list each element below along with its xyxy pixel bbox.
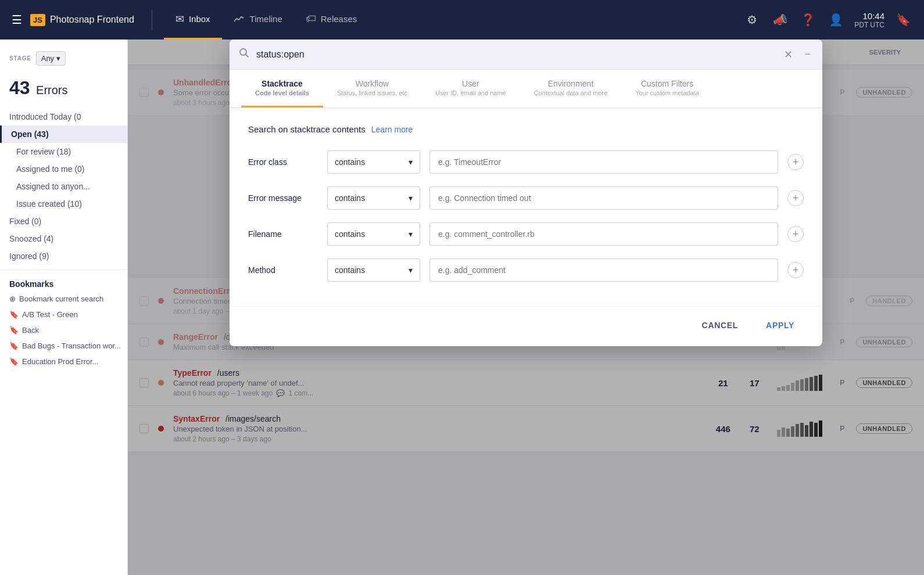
filter-row-filename: Filename contains ▾ + — [248, 222, 804, 246]
hamburger-icon[interactable]: ☰ — [12, 14, 22, 26]
logo: JS Photosnap Frontend — [30, 14, 134, 26]
bookmark-item-bad-bugs[interactable]: 🔖 Bad Bugs - Transaction wor... — [0, 338, 127, 354]
sidebar-item-issue-created[interactable]: Issue created (10) — [0, 195, 127, 213]
inbox-icon: ✉ — [176, 13, 184, 26]
tab-label: Environment — [534, 79, 608, 88]
search-bar: ✕ − — [230, 39, 822, 70]
filter-add-button-error-class[interactable]: + — [787, 154, 804, 170]
filter-label-error-message: Error message — [248, 193, 318, 203]
logo-icon: JS — [30, 14, 45, 26]
sidebar-item-assigned-me[interactable]: Assigned to me (0) — [0, 160, 127, 178]
operator-value: contains — [335, 265, 365, 275]
timezone-label: PDT UTC — [854, 21, 884, 29]
filter-label-error-class: Error class — [248, 157, 318, 167]
releases-icon: 🏷 — [306, 13, 316, 25]
tab-custom-filters[interactable]: Custom Filters Your custom metadata — [621, 70, 713, 107]
filter-operator-filename[interactable]: contains ▾ — [327, 222, 420, 246]
clock-time: 10:44 — [854, 11, 884, 21]
stage-select[interactable]: Any ▾ — [36, 51, 66, 66]
user-avatar[interactable]: 👤 — [826, 10, 845, 29]
bookmark-icon: 🔖 — [9, 357, 19, 366]
apply-button[interactable]: APPLY — [757, 316, 804, 335]
errors-heading: 43 Errors — [0, 73, 127, 108]
filter-row-error-message: Error message contains ▾ + — [248, 186, 804, 210]
bookmark-add-label: Bookmark current search — [19, 294, 103, 303]
sidebar-item-open[interactable]: Open (43) — [0, 125, 127, 143]
header-actions: ⚙ 📣 ❓ 👤 10:44 PDT UTC 🔖 — [743, 10, 912, 29]
search-input[interactable] — [256, 49, 775, 60]
modal-footer: CANCEL APPLY — [230, 306, 822, 346]
tab-user[interactable]: User User ID, email and name — [421, 70, 520, 107]
bookmark-item-ab-test[interactable]: 🔖 A/B Test - Green — [0, 307, 127, 322]
sidebar-item-snoozed[interactable]: Snoozed (4) — [0, 230, 127, 247]
filter-input-filename[interactable] — [429, 222, 778, 246]
filter-add-button-method[interactable]: + — [787, 262, 804, 278]
sidebar-item-fixed[interactable]: Fixed (0) — [0, 213, 127, 230]
filter-add-button-filename[interactable]: + — [787, 226, 804, 242]
sidebar-item-introduced-today[interactable]: Introduced Today (0 — [0, 108, 127, 125]
search-modal: ✕ − Stacktrace Code level details Workfl… — [230, 39, 822, 346]
header-divider — [152, 9, 152, 30]
filter-operator-error-class[interactable]: contains ▾ — [327, 150, 420, 174]
main-layout: STAGE Any ▾ 43 Errors Introduced Today (… — [0, 39, 924, 575]
filter-operator-method[interactable]: contains ▾ — [327, 258, 420, 282]
settings-icon[interactable]: ⚙ — [743, 10, 761, 29]
sidebar-item-label: For review (18) — [16, 147, 71, 156]
sidebar-item-assigned-anyone[interactable]: Assigned to anyon... — [0, 178, 127, 195]
filter-input-method[interactable] — [429, 258, 778, 282]
operator-value: contains — [335, 157, 365, 167]
sidebar-item-label: Introduced Today (0 — [9, 112, 81, 121]
bookmark-icon: 🔖 — [9, 310, 19, 319]
sidebar-item-label: Ignored (9) — [9, 251, 49, 261]
header: ☰ JS Photosnap Frontend ✉ Inbox Timeline… — [0, 0, 924, 39]
plus-circle-icon: ⊕ — [9, 294, 16, 303]
filter-label-method: Method — [248, 265, 318, 275]
tab-label: Stacktrace — [255, 79, 309, 88]
nav-item-releases[interactable]: 🏷 Releases — [294, 0, 369, 39]
chevron-down-icon: ▾ — [409, 157, 413, 167]
chevron-down-icon: ▾ — [409, 265, 413, 275]
bookmark-label: A/B Test - Green — [22, 310, 78, 319]
filter-operator-error-message[interactable]: contains ▾ — [327, 186, 420, 210]
errors-count: 43 — [9, 77, 30, 98]
search-icon — [239, 48, 249, 61]
tab-workflow[interactable]: Workflow Status, linked issues, etc — [323, 70, 421, 107]
stage-label: STAGE — [9, 55, 31, 62]
search-collapse-button[interactable]: − — [802, 46, 813, 63]
learn-more-link[interactable]: Learn more — [371, 125, 413, 134]
operator-value: contains — [335, 229, 365, 239]
chevron-down-icon: ▾ — [409, 193, 413, 203]
bookmark-icon[interactable]: 🔖 — [894, 10, 912, 29]
header-time: 10:44 PDT UTC — [854, 11, 884, 29]
tab-sublabel: Code level details — [255, 89, 309, 96]
tab-sublabel: Contextual data and more — [534, 89, 608, 96]
filter-input-error-class[interactable] — [429, 150, 778, 174]
tab-label: User — [435, 79, 506, 88]
bookmark-add-button[interactable]: ⊕ Bookmark current search — [0, 291, 127, 307]
notifications-icon[interactable]: 📣 — [771, 10, 789, 29]
cancel-button[interactable]: CANCEL — [693, 316, 748, 335]
help-icon[interactable]: ❓ — [798, 10, 817, 29]
tab-sublabel: User ID, email and name — [435, 89, 506, 96]
tab-environment[interactable]: Environment Contextual data and more — [520, 70, 622, 107]
sidebar-item-for-review[interactable]: For review (18) — [0, 143, 127, 160]
nav-item-timeline[interactable]: Timeline — [222, 0, 294, 39]
chevron-down-icon: ▾ — [56, 54, 60, 63]
section-title: Search on stacktrace contents Learn more — [248, 124, 804, 134]
sidebar: STAGE Any ▾ 43 Errors Introduced Today (… — [0, 39, 128, 575]
modal-overlay: ✕ − Stacktrace Code level details Workfl… — [128, 39, 924, 575]
nav-item-inbox[interactable]: ✉ Inbox — [164, 0, 222, 39]
bookmark-item-back[interactable]: 🔖 Back — [0, 322, 127, 338]
tab-stacktrace[interactable]: Stacktrace Code level details — [241, 70, 323, 107]
operator-value: contains — [335, 193, 365, 203]
nav-label-releases: Releases — [321, 14, 357, 24]
logo-text: Photosnap Frontend — [50, 15, 134, 25]
filter-input-error-message[interactable] — [429, 186, 778, 210]
bookmark-item-education[interactable]: 🔖 Education Prod Error... — [0, 354, 127, 369]
search-clear-button[interactable]: ✕ — [782, 46, 795, 63]
filter-add-button-error-message[interactable]: + — [787, 190, 804, 206]
sidebar-item-ignored[interactable]: Ignored (9) — [0, 247, 127, 265]
nav-label-inbox: Inbox — [189, 14, 210, 24]
bookmark-icon: 🔖 — [9, 342, 19, 350]
chevron-down-icon: ▾ — [409, 229, 413, 239]
